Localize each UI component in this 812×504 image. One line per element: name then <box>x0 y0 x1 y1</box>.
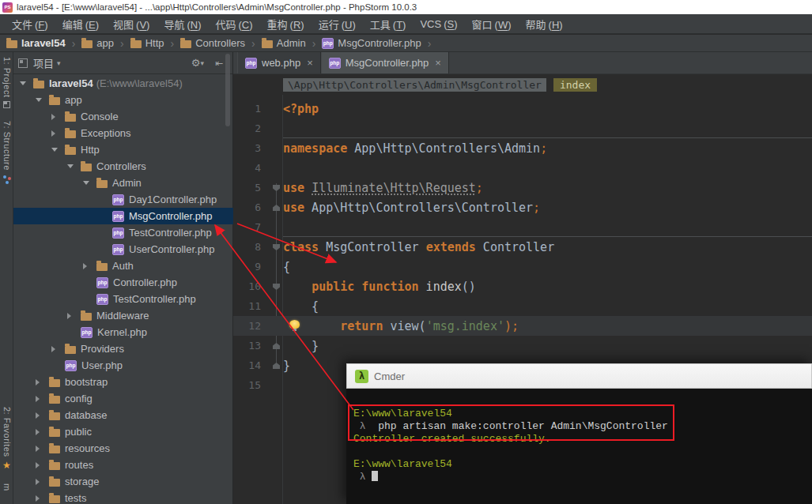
collapsed-arrow-icon[interactable] <box>49 130 65 137</box>
menu-item-U[interactable]: 运行(U) <box>312 15 363 33</box>
code-line-8[interactable]: 8class MsgController extends Controller <box>233 237 812 257</box>
fold-open-icon[interactable] <box>273 244 280 250</box>
tree-item-laravel54[interactable]: laravel54 (E:\www\laravel54) <box>13 75 233 92</box>
code-line-1[interactable]: 1<?php <box>233 99 812 118</box>
tab-close-icon[interactable]: × <box>307 57 313 69</box>
code-line-6[interactable]: 6use App\Http\Controllers\Controller; <box>233 197 812 217</box>
tree-item-User.php[interactable]: phpUser.php <box>13 357 233 374</box>
code-line-12[interactable]: 12 return view('msg.index'); <box>233 316 812 336</box>
tool-button-7-structure[interactable]: 7: Structure <box>2 121 12 179</box>
expanded-arrow-icon[interactable] <box>17 81 33 85</box>
hide-panel-icon[interactable]: ⇤ <box>215 58 223 69</box>
tree-item-resources[interactable]: resources <box>13 440 233 457</box>
breadcrumb-item-Controllers[interactable]: Controllers <box>180 37 245 49</box>
collapsed-arrow-icon[interactable] <box>33 479 49 485</box>
breadcrumb-item-laravel54[interactable]: laravel54 <box>6 37 66 49</box>
collapsed-arrow-icon[interactable] <box>33 412 49 419</box>
class-path-chip[interactable]: \App\Http\Controllers\Admin\MsgControlle… <box>283 78 546 92</box>
collapsed-arrow-icon[interactable] <box>33 462 49 468</box>
menu-item-S[interactable]: VCS(S) <box>413 17 464 32</box>
tree-item-Exceptions[interactable]: Exceptions <box>13 125 233 141</box>
project-tree-scrollbar[interactable] <box>225 54 230 126</box>
collapsed-arrow-icon[interactable] <box>33 379 49 386</box>
collapsed-arrow-icon[interactable] <box>33 396 49 402</box>
fold-close-icon[interactable] <box>273 205 280 211</box>
collapsed-arrow-icon[interactable] <box>65 313 81 319</box>
code-line-13[interactable]: 13 } <box>233 336 812 355</box>
code-line-4[interactable]: 4 <box>233 158 812 178</box>
menu-item-C[interactable]: 代码(C) <box>209 15 260 33</box>
tree-item-app[interactable]: app <box>13 92 233 108</box>
tab-close-icon[interactable]: × <box>435 57 441 69</box>
gear-icon[interactable]: ⚙ <box>191 57 201 69</box>
menu-item-H[interactable]: 帮助(H) <box>519 15 570 33</box>
breadcrumb-item-Admin[interactable]: Admin <box>262 37 306 49</box>
menu-item-F[interactable]: 文件(F) <box>5 15 55 33</box>
menu-item-E[interactable]: 编辑(E) <box>55 15 106 33</box>
expanded-arrow-icon[interactable] <box>49 148 65 152</box>
menu-item-W[interactable]: 窗口(W) <box>465 15 519 33</box>
code-line-5[interactable]: 5use Illuminate\Http\Request; <box>233 178 812 197</box>
collapsed-arrow-icon[interactable] <box>49 114 65 120</box>
code-line-7[interactable]: 7 <box>233 217 812 237</box>
fold-close-icon[interactable] <box>273 363 280 369</box>
tree-item-Http[interactable]: Http <box>13 141 233 158</box>
code-line-11[interactable]: 11 { <box>233 296 812 316</box>
collapsed-arrow-icon[interactable] <box>81 263 96 269</box>
tree-item-database[interactable]: database <box>13 407 233 423</box>
tree-item-Middleware[interactable]: Middleware <box>13 307 233 324</box>
chevron-down-icon[interactable]: ▾ <box>57 59 61 67</box>
breadcrumb-item-MsgController.php[interactable]: phpMsgController.php <box>322 37 421 49</box>
tool-button-m[interactable]: m <box>2 483 12 491</box>
tree-item-Controller.php[interactable]: phpController.php <box>13 274 233 291</box>
tree-item-Day1Controller.php[interactable]: phpDay1Controller.php <box>13 191 233 208</box>
code-line-3[interactable]: 3namespace App\Http\Controllers\Admin; <box>233 138 812 158</box>
fold-close-icon[interactable] <box>273 343 280 349</box>
collapsed-arrow-icon[interactable] <box>33 446 49 452</box>
tree-item-bootstrap[interactable]: bootstrap <box>13 374 233 390</box>
tab-web.php[interactable]: phpweb.php× <box>237 52 321 73</box>
tree-item-MsgController.php[interactable]: phpMsgController.php <box>13 208 233 224</box>
collapsed-arrow-icon[interactable] <box>33 495 49 502</box>
code-line-9[interactable]: 9{ <box>233 257 812 276</box>
collapsed-arrow-icon[interactable] <box>33 429 49 435</box>
tree-item-Auth[interactable]: Auth <box>13 258 233 274</box>
terminal-line-6[interactable]: λ <box>353 471 812 483</box>
tree-item-storage[interactable]: storage <box>13 473 233 490</box>
collapsed-arrow-icon[interactable] <box>49 346 65 352</box>
tree-item-Console[interactable]: Console <box>13 108 233 125</box>
breadcrumb-item-app[interactable]: app <box>81 37 114 49</box>
menu-item-V[interactable]: 视图(V) <box>106 15 157 33</box>
terminal-title-bar[interactable]: λ Cmder <box>346 363 812 389</box>
tab-MsgController.php[interactable]: phpMsgController.php× <box>321 52 449 73</box>
expanded-arrow-icon[interactable] <box>33 98 49 102</box>
tree-item-UserController.php[interactable]: phpUserController.php <box>13 241 233 258</box>
fold-open-icon[interactable] <box>273 185 280 191</box>
tree-item-TestController.php[interactable]: phpTestController.php <box>13 224 233 241</box>
tree-item-config[interactable]: config <box>13 390 233 407</box>
folder-icon <box>6 40 17 48</box>
tree-item-public[interactable]: public <box>13 423 233 440</box>
tree-item-tests[interactable]: tests <box>13 490 233 504</box>
menu-item-N[interactable]: 导航(N) <box>157 15 208 33</box>
tree-item-Providers[interactable]: Providers <box>13 340 233 357</box>
tree-item-routes[interactable]: routes <box>13 457 233 473</box>
intention-bulb-icon[interactable] <box>289 320 300 329</box>
member-chip[interactable]: index <box>553 78 597 92</box>
tool-button-1-project[interactable]: 1: Project <box>2 57 12 108</box>
code-line-2[interactable]: 2 <box>233 118 812 138</box>
tree-item-Admin[interactable]: Admin <box>13 175 233 191</box>
chevron-down-icon[interactable]: ▾ <box>200 59 204 67</box>
expanded-arrow-icon[interactable] <box>65 164 81 168</box>
tree-item-TestController.php[interactable]: phpTestController.php <box>13 291 233 307</box>
terminal-output[interactable]: E:\www\laravel54 λ php artisan make:cont… <box>346 389 812 504</box>
tool-button-2-favorites[interactable]: 2: Favorites★ <box>2 407 12 471</box>
breadcrumb-item-Http[interactable]: Http <box>130 37 164 49</box>
menu-item-T[interactable]: 工具(T) <box>363 15 414 33</box>
tree-item-Kernel.php[interactable]: phpKernel.php <box>13 324 233 340</box>
expanded-arrow-icon[interactable] <box>81 181 96 185</box>
code-line-10[interactable]: 10 public function index() <box>233 276 812 296</box>
menu-item-R[interactable]: 重构(R) <box>260 15 312 33</box>
fold-open-icon[interactable] <box>273 284 280 290</box>
tree-item-Controllers[interactable]: Controllers <box>13 158 233 175</box>
